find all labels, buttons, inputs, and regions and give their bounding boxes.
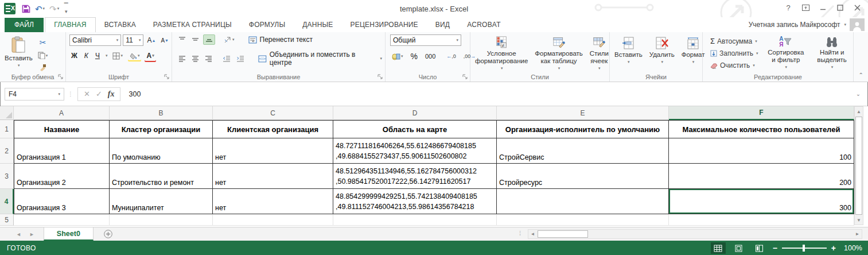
cell-e4[interactable]: [497, 189, 669, 214]
zoom-out-button[interactable]: −: [773, 244, 777, 252]
customize-qat-icon[interactable]: ▔▾: [62, 3, 70, 14]
excel-app-icon[interactable]: [4, 3, 15, 14]
cell-f5[interactable]: [669, 214, 854, 226]
italic-button[interactable]: К: [83, 51, 90, 61]
decrease-font-icon[interactable]: A▼: [159, 36, 170, 45]
cell-c2[interactable]: нет: [213, 138, 333, 164]
font-family-select[interactable]: Calibri▾: [69, 34, 121, 46]
cell-b3[interactable]: Строительство и ремонт: [110, 164, 213, 189]
column-header-a[interactable]: A: [14, 106, 110, 120]
next-sheet-icon[interactable]: ►: [29, 231, 34, 237]
font-dialog-launcher-icon[interactable]: [164, 74, 170, 80]
column-header-c[interactable]: C: [213, 106, 333, 120]
font-size-select[interactable]: 11▾: [123, 34, 143, 46]
column-header-f[interactable]: F: [669, 106, 854, 120]
collapse-ribbon-icon[interactable]: ⌃: [859, 72, 863, 78]
align-left-icon[interactable]: [177, 54, 188, 63]
cell-f1[interactable]: Максимальное количество пользователей: [669, 120, 854, 138]
cell-e3[interactable]: Стройресурс: [497, 164, 669, 189]
enter-icon[interactable]: ✓: [96, 90, 102, 98]
number-dialog-launcher-icon[interactable]: [462, 74, 468, 80]
select-all-button[interactable]: [0, 106, 14, 120]
cell-b2[interactable]: По умолчанию: [110, 138, 213, 164]
cut-icon[interactable]: ✂: [36, 37, 50, 48]
page-break-preview-button[interactable]: [752, 242, 767, 254]
scroll-down-icon[interactable]: ▼: [855, 215, 863, 225]
format-painter-icon[interactable]: [36, 63, 50, 72]
cell-c5[interactable]: [213, 214, 333, 226]
fill-color-icon[interactable]: ▾: [128, 52, 142, 60]
align-right-icon[interactable]: [203, 54, 214, 63]
row-header-1[interactable]: 1: [0, 120, 14, 138]
cell-a3[interactable]: Организация 2: [14, 164, 110, 189]
tab-insert[interactable]: ВСТАВКА: [96, 18, 145, 32]
insert-function-icon[interactable]: fx: [108, 90, 115, 99]
page-layout-view-button[interactable]: [731, 242, 746, 254]
cell-b1[interactable]: Кластер организации: [110, 120, 213, 138]
tab-review[interactable]: РЕЦЕНЗИРОВАНИЕ: [342, 18, 427, 32]
tab-data[interactable]: ДАННЫЕ: [294, 18, 341, 32]
cell-e1[interactable]: Организация-исполнитель по умолчанию: [497, 120, 669, 138]
cancel-icon[interactable]: ✕: [84, 90, 90, 98]
cell-e5[interactable]: [497, 214, 669, 226]
column-header-b[interactable]: B: [110, 106, 213, 120]
cell-a5[interactable]: [14, 214, 110, 226]
save-icon[interactable]: [20, 4, 32, 14]
cell-f2[interactable]: 100: [669, 138, 854, 164]
autosum-button[interactable]: ΣАвтосумма▾: [709, 36, 760, 47]
scroll-right-icon[interactable]: ►: [853, 231, 862, 237]
number-format-select[interactable]: Общий▾: [390, 34, 461, 46]
row-header-4[interactable]: 4: [0, 189, 14, 214]
horizontal-scroll-thumb[interactable]: [538, 230, 588, 238]
conditional-formatting-button[interactable]: ≠ Условное форматирование▾: [472, 34, 531, 72]
align-center-icon[interactable]: [190, 54, 201, 63]
cell-a1[interactable]: Название: [14, 120, 110, 138]
minimize-button[interactable]: [814, 0, 831, 15]
cell-d1[interactable]: Область на карте: [333, 120, 497, 138]
align-bottom-icon[interactable]: [203, 34, 215, 45]
redo-dropdown-icon[interactable]: ▾: [57, 6, 60, 11]
cell-d3[interactable]: 48.512964351134946,55.162784756000312 ,5…: [333, 164, 497, 189]
undo-button[interactable]: ↶▾: [33, 4, 46, 14]
vertical-scrollbar[interactable]: ▲ ▼: [854, 106, 863, 225]
orientation-icon[interactable]: ▾: [222, 35, 236, 45]
accounting-format-icon[interactable]: ▾: [390, 52, 405, 61]
scroll-left-icon[interactable]: ◄: [528, 231, 537, 237]
tab-home[interactable]: ГЛАВНАЯ: [45, 17, 95, 32]
zoom-slider-thumb[interactable]: [803, 245, 805, 252]
sort-filter-button[interactable]: АЯ Сортировка и фильтр▾: [762, 34, 809, 72]
alignment-dialog-launcher-icon[interactable]: [377, 74, 383, 80]
row-header-2[interactable]: 2: [0, 138, 14, 164]
merge-center-button[interactable]: Объединить и поместить в центре ▾: [256, 49, 384, 68]
format-as-table-button[interactable]: Форматировать как таблицу▾: [531, 34, 586, 72]
cell-e2[interactable]: СтройСервис: [497, 138, 669, 164]
font-color-icon[interactable]: А▾: [145, 51, 155, 61]
formula-bar-splitter[interactable]: ⋮: [68, 91, 74, 97]
account-control[interactable]: Учетная запись Майкрософт ▾: [749, 18, 865, 31]
paste-dropdown-icon[interactable]: ▾: [18, 63, 20, 68]
bold-button[interactable]: Ж: [69, 51, 79, 61]
undo-dropdown-icon[interactable]: ▾: [43, 6, 45, 11]
increase-indent-icon[interactable]: [235, 54, 246, 63]
sheet-tab-sheet0[interactable]: Sheet0: [44, 227, 94, 241]
cell-d4[interactable]: 48.854299999429251,55.742138409408185 ,4…: [333, 189, 497, 214]
zoom-in-button[interactable]: +: [831, 244, 836, 252]
fill-button[interactable]: Заполнить▾: [709, 48, 760, 59]
name-box[interactable]: F4▾: [5, 88, 64, 101]
cell-d2[interactable]: 48.727111816406264,55.612486679408185 ,4…: [333, 138, 497, 164]
vertical-scroll-thumb[interactable]: [855, 117, 862, 215]
avatar[interactable]: [850, 18, 865, 31]
copy-icon[interactable]: ▾: [36, 51, 50, 60]
tab-view[interactable]: ВИД: [427, 18, 458, 32]
clipboard-dialog-launcher-icon[interactable]: [58, 74, 64, 80]
ribbon-display-options-button[interactable]: [797, 0, 814, 15]
scroll-up-icon[interactable]: ▲: [855, 107, 863, 116]
row-header-5[interactable]: 5: [0, 214, 14, 226]
tab-scroll-splitter[interactable]: ⁞: [519, 230, 521, 237]
increase-decimal-icon[interactable]: ←﻿,0: [445, 52, 458, 60]
cell-b5[interactable]: [110, 214, 213, 226]
zoom-slider[interactable]: [782, 248, 827, 249]
insert-cells-button[interactable]: Вставить▾: [611, 34, 646, 72]
cell-f3[interactable]: 200: [669, 164, 854, 189]
row-header-3[interactable]: 3: [0, 164, 14, 189]
